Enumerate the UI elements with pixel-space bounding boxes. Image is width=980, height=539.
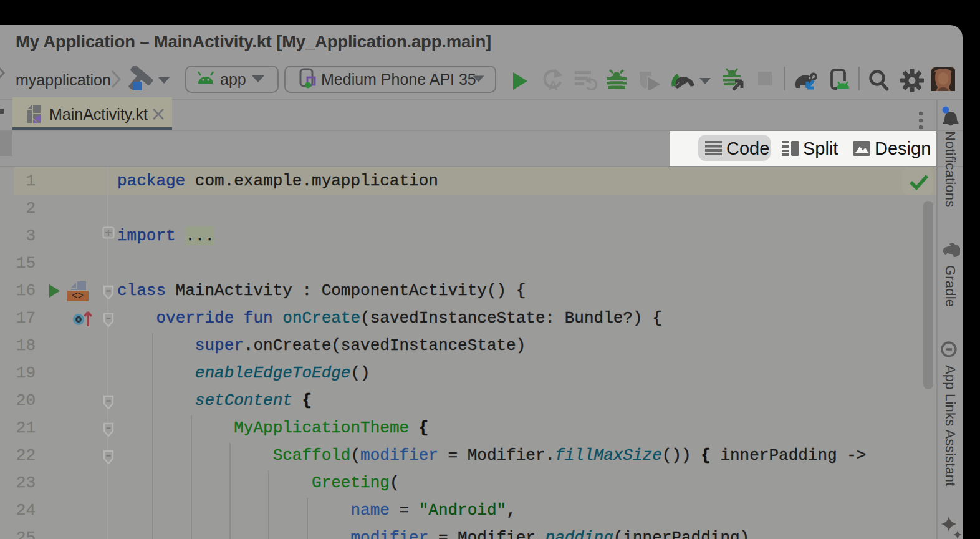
svg-text:A: A [549, 79, 557, 91]
svg-text:<>: <> [72, 291, 84, 301]
